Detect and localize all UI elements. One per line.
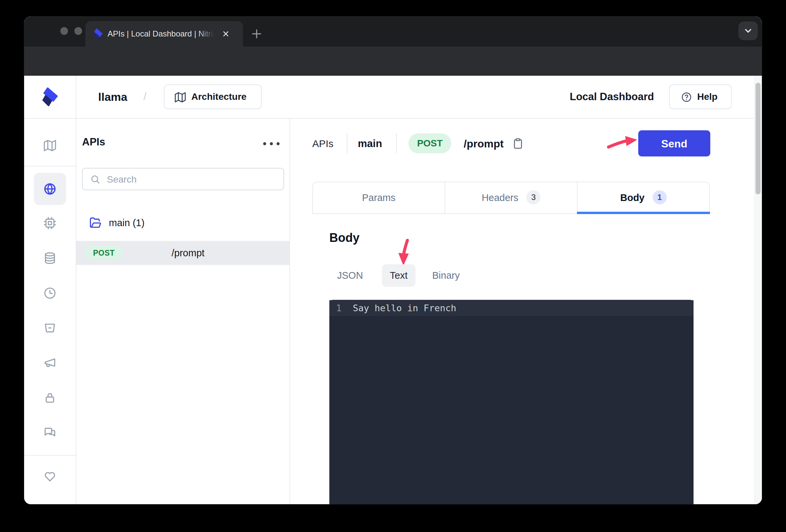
request-method-badge: POST <box>409 133 451 154</box>
sidebar-cpu-icon[interactable] <box>44 217 56 230</box>
request-section-label: APIs <box>312 133 333 154</box>
request-divider <box>347 133 347 154</box>
browser-window: APIs | Local Dashboard | Nitric <box>24 17 762 504</box>
screenshot-background: APIs | Local Dashboard | Nitric <box>0 0 786 532</box>
panel-menu-ellipsis-icon[interactable] <box>262 139 281 149</box>
browser-tab-strip: APIs | Local Dashboard | Nitric <box>24 17 762 47</box>
method-badge: POST <box>85 246 123 260</box>
traffic-light-minimize-icon[interactable] <box>74 27 82 35</box>
sidebar-database-icon[interactable] <box>44 252 56 265</box>
sidebar-chat-icon[interactable] <box>44 426 56 439</box>
annotation-arrow-down <box>395 239 413 267</box>
search-box <box>82 168 284 190</box>
browser-tab[interactable]: APIs | Local Dashboard | Nitric <box>86 21 243 47</box>
rail-separator <box>24 166 76 166</box>
annotation-arrow-right <box>607 134 638 151</box>
architecture-label: Architecture <box>191 85 247 109</box>
body-mode-text-active[interactable]: Text <box>382 264 415 287</box>
dashboard-title: Local Dashboard <box>547 76 654 118</box>
globe-icon <box>44 183 56 195</box>
tab-close-icon[interactable] <box>221 29 231 39</box>
nitric-logo-icon[interactable] <box>42 88 58 106</box>
breadcrumb-separator: / <box>143 76 146 118</box>
tab-headers-label: Headers <box>482 192 518 203</box>
tab-headers[interactable]: Headers 3 <box>445 182 577 213</box>
sidebar-item-apis[interactable] <box>34 173 66 205</box>
api-group-label: main (1) <box>109 212 144 234</box>
help-button[interactable]: Help <box>669 85 732 109</box>
endpoint-row-selected[interactable]: POST /prompt <box>76 241 290 265</box>
folder-open-icon <box>89 216 102 229</box>
rail-separator <box>24 455 76 456</box>
help-circle-icon <box>681 92 692 102</box>
sidebar-map-icon[interactable] <box>44 139 56 152</box>
editor-code-text: Say hello in French <box>353 300 456 316</box>
active-tab-underline <box>577 212 710 214</box>
body-mode-binary[interactable]: Binary <box>432 264 460 287</box>
body-mode-json[interactable]: JSON <box>337 264 363 287</box>
sidebar-megaphone-icon[interactable] <box>44 356 56 369</box>
page-scrollbar-thumb[interactable] <box>756 83 761 194</box>
body-count-badge: 1 <box>653 190 667 204</box>
request-path: /prompt <box>464 133 504 154</box>
tab-params[interactable]: Params <box>313 182 445 213</box>
nitric-favicon-icon <box>93 28 103 40</box>
chevron-down-icon <box>743 26 753 36</box>
request-divider <box>396 133 397 154</box>
traffic-light-close-icon[interactable] <box>60 27 68 35</box>
editor-active-line: 1 Say hello in French <box>329 300 694 316</box>
map-icon <box>175 91 186 103</box>
project-name: llama <box>98 76 127 118</box>
tab-title-fade <box>198 21 218 47</box>
architecture-button[interactable]: Architecture <box>164 85 262 109</box>
search-icon <box>90 174 100 184</box>
endpoint-path: /prompt <box>171 241 204 265</box>
body-code-editor[interactable]: 1 Say hello in French <box>329 300 694 504</box>
request-group-label: main <box>358 133 382 154</box>
body-section-title: Body <box>329 231 360 245</box>
help-label: Help <box>697 85 718 109</box>
editor-line-number: 1 <box>336 300 341 316</box>
sidebar-clock-icon[interactable] <box>44 287 56 300</box>
apis-panel: APIs main (1) POST /prompt <box>76 118 290 504</box>
search-input[interactable] <box>106 170 275 189</box>
sidebar-bucket-icon[interactable] <box>44 321 56 334</box>
tab-search-button[interactable] <box>738 21 758 40</box>
browser-toolbar: localhost :49152 <box>24 47 762 76</box>
sidebar-lock-icon[interactable] <box>44 391 56 404</box>
send-button[interactable]: Send <box>638 130 710 157</box>
tab-body-label: Body <box>620 192 645 203</box>
apis-panel-title: APIs <box>82 136 105 148</box>
tab-params-label: Params <box>362 192 396 203</box>
tab-body-active[interactable]: Body 1 <box>577 182 709 213</box>
sidebar-heart-icon[interactable] <box>44 470 56 483</box>
copy-clipboard-icon[interactable] <box>512 138 524 150</box>
request-tabs: Params Headers 3 Body 1 <box>312 182 710 214</box>
new-tab-icon[interactable] <box>251 28 263 40</box>
api-group-row[interactable]: main (1) <box>76 212 290 234</box>
headers-count-badge: 3 <box>526 190 540 204</box>
page-scrollbar-track[interactable] <box>754 76 762 504</box>
